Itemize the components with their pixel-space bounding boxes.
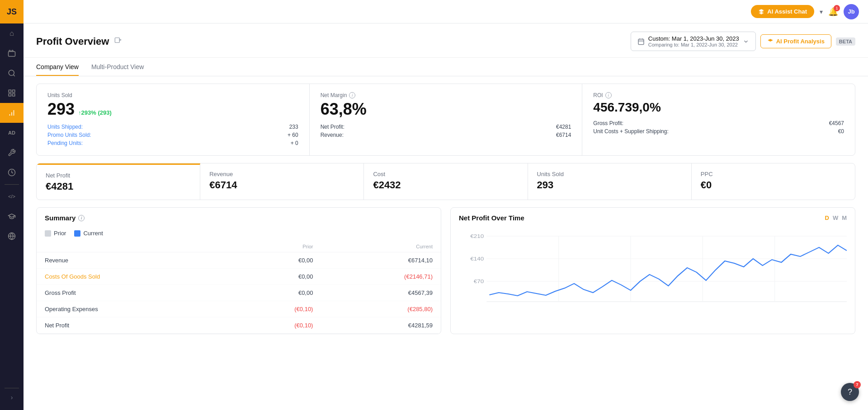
sidebar-item-store[interactable]	[0, 43, 24, 63]
metric-units-sold: Units Sold 293 ↑293% (293) Units Shipped…	[37, 84, 309, 155]
units-sold-value: 293	[47, 101, 75, 117]
header-right: Custom: Mar 1, 2023-Jun 30, 2023 Compari…	[631, 32, 855, 51]
net-margin-label: Net Margin i	[321, 92, 571, 98]
units-sold-label: Units Sold	[47, 92, 298, 98]
sidebar-logo[interactable]: JS	[0, 0, 24, 23]
summary-legend: Prior Current	[37, 226, 441, 241]
summary-tab-units-sold[interactable]: Units Sold 293	[528, 163, 692, 200]
gross-profit-row: Gross Profit: €4567	[593, 120, 844, 126]
notification-badge: 1	[834, 5, 840, 11]
chart-toggle-m[interactable]: M	[842, 214, 847, 221]
svg-point-1	[9, 70, 14, 75]
net-margin-info-icon[interactable]: i	[349, 92, 355, 98]
chart-toggles: D W M	[825, 214, 847, 221]
row-current-4: €4281,59	[321, 317, 441, 334]
sidebar-collapse-button[interactable]: ›	[0, 390, 24, 405]
date-range-selector[interactable]: Custom: Mar 1, 2023-Jun 30, 2023 Compari…	[631, 32, 756, 51]
metric-net-margin: Net Margin i 63,8% Net Profit: €4281 Rev…	[310, 84, 582, 155]
pending-units-label: Pending Units:	[47, 140, 83, 146]
summary-tab-revenue[interactable]: Revenue €6714	[200, 163, 364, 200]
tab-multi-product-view[interactable]: Multi-Product View	[91, 58, 144, 76]
date-range-compare: Comparing to: Mar 1, 2022-Jun 30, 2022	[648, 42, 739, 47]
units-sold-details: Units Shipped: 233 Promo Units Sold: + 6…	[47, 124, 298, 146]
bottom-split: Summary i Prior Current	[36, 207, 855, 334]
sidebar-item-home[interactable]: ⌂	[0, 23, 24, 43]
svg-text:€210: €210	[470, 233, 484, 239]
net-profit-value: €4281	[556, 124, 571, 130]
sidebar-item-code[interactable]: </>	[0, 186, 24, 206]
sidebar-item-dashboard[interactable]	[0, 83, 24, 103]
legend-current: Current	[74, 230, 103, 237]
svg-text:€140: €140	[470, 256, 484, 262]
units-sold-badge: ↑293% (293)	[78, 109, 112, 116]
sidebar-item-finance[interactable]	[0, 163, 24, 182]
sidebar-item-analytics[interactable]	[0, 103, 24, 123]
row-label-4: Net Profit	[37, 317, 228, 334]
user-avatar[interactable]: Jb	[844, 4, 859, 19]
legend-prior: Prior	[45, 230, 66, 237]
units-sold-tab-value: 293	[537, 179, 682, 191]
topbar-dropdown-chevron[interactable]: ▾	[820, 8, 823, 15]
summary-table-row: Net Profit (€0,10) €4281,59	[37, 317, 441, 334]
revenue-row: Revenue: €6714	[321, 132, 571, 138]
metric-roi: ROI i 456.739,0% Gross Profit: €4567 Uni…	[582, 84, 855, 155]
unit-costs-label: Unit Costs + Supplier Shipping:	[593, 128, 668, 135]
svg-rect-2	[9, 90, 11, 92]
help-button[interactable]: ? 7	[841, 383, 859, 401]
summary-table-row: Revenue €0,00 €6714,10	[37, 252, 441, 269]
ppc-tab-label: PPC	[701, 171, 846, 177]
topbar: AI Assist Chat ▾ 🔔 1 Jb	[24, 0, 868, 23]
page-header: Profit Overview Custom: Mar 1, 2023-Jun …	[24, 23, 868, 58]
sidebar-item-search[interactable]	[0, 63, 24, 83]
cost-tab-label: Cost	[373, 171, 518, 177]
cost-tab-value: €2432	[373, 179, 518, 191]
sidebar-item-academy[interactable]	[0, 206, 24, 226]
summary-tab-ppc[interactable]: PPC €0	[692, 163, 855, 200]
ai-assist-button[interactable]: AI Assist Chat	[751, 5, 814, 18]
chart-toggle-w[interactable]: W	[833, 214, 838, 221]
sidebar-divider	[5, 184, 19, 185]
pending-units-row: Pending Units: + 0	[47, 140, 298, 146]
net-margin-value: 63,8%	[321, 101, 571, 117]
promo-units-row: Promo Units Sold: + 60	[47, 132, 298, 138]
summary-info-icon[interactable]: i	[78, 215, 85, 221]
chart-title: Net Profit Over Time	[459, 214, 524, 222]
notification-bell[interactable]: 🔔 1	[828, 7, 838, 17]
roi-info-icon[interactable]: i	[605, 92, 612, 98]
gross-profit-label: Gross Profit:	[593, 120, 623, 126]
net-profit-label: Net Profit:	[321, 124, 344, 130]
gross-profit-value: €4567	[829, 120, 844, 126]
tab-company-view[interactable]: Company View	[36, 58, 79, 76]
metrics-row: Units Sold 293 ↑293% (293) Units Shipped…	[36, 84, 855, 156]
sidebar-divider-2	[5, 388, 19, 388]
page-content: Profit Overview Custom: Mar 1, 2023-Jun …	[24, 23, 868, 410]
revenue-label: Revenue:	[321, 132, 344, 138]
summary-tab-net-profit[interactable]: Net Profit €4281	[37, 163, 200, 200]
page-title-area: Profit Overview	[36, 36, 123, 47]
sidebar: JS ⌂ AD </> ›	[0, 0, 24, 410]
sidebar-item-globe[interactable]	[0, 226, 24, 246]
row-current-1: (€2146,71)	[321, 269, 441, 285]
units-shipped-row: Units Shipped: 233	[47, 124, 298, 130]
ai-assist-label: AI Assist Chat	[767, 8, 807, 15]
date-range-main: Custom: Mar 1, 2023-Jun 30, 2023	[648, 35, 739, 42]
chart-toggle-d[interactable]: D	[825, 214, 829, 221]
summary-tabs-row: Net Profit €4281 Revenue €6714 Cost €243…	[36, 163, 855, 200]
svg-rect-13	[638, 39, 644, 44]
view-tabs: Company View Multi-Product View	[24, 58, 868, 76]
row-label-2: Gross Profit	[37, 285, 228, 301]
revenue-value: €6714	[556, 132, 571, 138]
row-prior-4: (€0,10)	[228, 317, 321, 334]
sidebar-item-tools[interactable]	[0, 143, 24, 163]
sidebar-item-ads[interactable]: AD	[0, 123, 24, 143]
ai-profit-button[interactable]: AI Profit Analysis	[760, 34, 831, 48]
legend-current-box	[74, 230, 80, 237]
svg-rect-5	[13, 94, 15, 96]
video-icon[interactable]	[113, 37, 123, 46]
roi-value: 456.739,0%	[593, 101, 844, 114]
row-label-0: Revenue	[37, 252, 228, 269]
chart-area: €210 €140 €70	[459, 227, 847, 308]
units-shipped-label: Units Shipped:	[47, 124, 83, 130]
units-sold-tab-label: Units Sold	[537, 171, 682, 177]
summary-tab-cost[interactable]: Cost €2432	[364, 163, 528, 200]
